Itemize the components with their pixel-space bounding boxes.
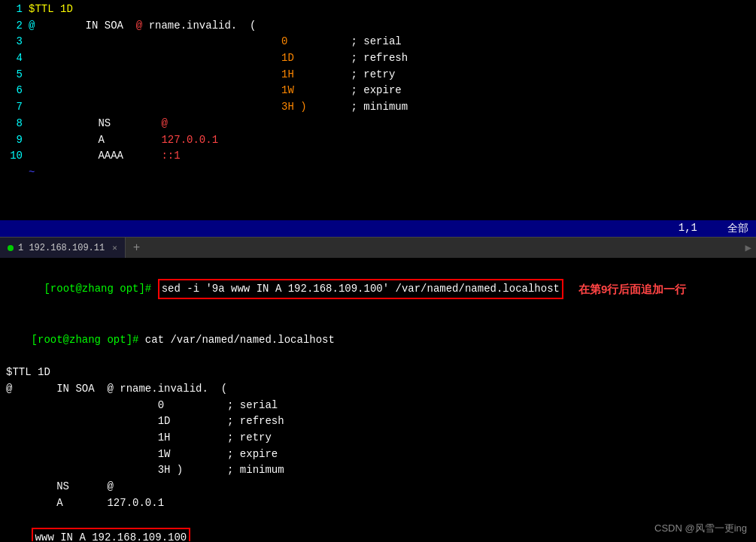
vim-line-1: 1 $TTL 1D bbox=[0, 2, 756, 18]
terminal-line-www: www IN A 192.168.109.100 bbox=[6, 511, 750, 541]
terminal-tab-bar: 1 192.168.109.11 ✕ + ▶ bbox=[0, 237, 756, 258]
vim-mode: 全部 bbox=[727, 222, 748, 235]
tab-status-dot bbox=[8, 245, 14, 251]
tab-scroll-right: ▶ bbox=[741, 238, 756, 259]
terminal-line-4: @ IN SOA @ rname.invalid. ( bbox=[6, 381, 750, 398]
tab-add-button[interactable]: + bbox=[126, 238, 148, 259]
annotation-text: 在第9行后面追加一行 bbox=[578, 280, 686, 298]
csdn-watermark: CSDN @风雪一更ing bbox=[654, 522, 747, 535]
vim-line-4: 4 1D ; refresh bbox=[0, 50, 756, 67]
vim-line-9: 9 A 127.0.0.1 bbox=[0, 132, 756, 149]
www-record-boxed: www IN A 192.168.109.100 bbox=[32, 528, 191, 541]
terminal-line-10: NS @ bbox=[6, 479, 750, 495]
tab-label: 1 192.168.109.11 bbox=[18, 243, 105, 253]
tab-close-icon[interactable]: ✕ bbox=[112, 243, 117, 253]
terminal-panel: [root@zhang opt]# sed -i '9a www IN A 19… bbox=[0, 258, 756, 541]
vim-line-8: 8 NS @ bbox=[0, 116, 756, 132]
line-number: 8 bbox=[0, 116, 23, 132]
line-number: 1 bbox=[0, 2, 23, 18]
terminal-line-7: 1H ; retry bbox=[6, 430, 750, 447]
line-number: 2 bbox=[0, 18, 23, 35]
terminal-tab-1[interactable]: 1 192.168.109.11 ✕ bbox=[0, 238, 126, 259]
line-number: 6 bbox=[0, 83, 23, 99]
vim-editor: 1 $TTL 1D 2 @ IN SOA @ rname.invalid. ( … bbox=[0, 0, 756, 237]
vim-status-bar: 1,1 全部 bbox=[0, 220, 756, 237]
terminal-line-1: [root@zhang opt]# sed -i '9a www IN A 19… bbox=[6, 262, 750, 316]
sed-command-boxed: sed -i '9a www IN A 192.168.109.100' /va… bbox=[158, 279, 563, 300]
line-text: $TTL 1D bbox=[29, 2, 73, 18]
vim-content: 1 $TTL 1D 2 @ IN SOA @ rname.invalid. ( … bbox=[0, 0, 756, 183]
vim-line-10: 10 AAAA ::1 bbox=[0, 148, 756, 165]
line-number: 5 bbox=[0, 67, 23, 83]
prompt: [root@zhang opt]# bbox=[44, 283, 157, 295]
vim-line-5: 5 1H ; retry bbox=[0, 67, 756, 83]
vim-line-tilde: ~ bbox=[0, 165, 756, 181]
vim-line-6: 6 1W ; expire bbox=[0, 83, 756, 99]
line-number: 10 bbox=[0, 148, 23, 165]
vim-line-2: 2 @ IN SOA @ rname.invalid. ( bbox=[0, 18, 756, 35]
terminal-line-9: 3H ) ; minimum bbox=[6, 462, 750, 479]
line-number: 7 bbox=[0, 99, 23, 116]
line-number: 3 bbox=[0, 34, 23, 50]
line-number: 9 bbox=[0, 132, 23, 149]
terminal-line-8: 1W ; expire bbox=[6, 447, 750, 463]
line-number: 4 bbox=[0, 50, 23, 67]
terminal-line-2: [root@zhang opt]# cat /var/named/named.l… bbox=[6, 316, 750, 365]
terminal-line-11: A 127.0.0.1 bbox=[6, 495, 750, 512]
terminal-line-5: 0 ; serial bbox=[6, 398, 750, 414]
terminal-line-6: 1D ; refresh bbox=[6, 413, 750, 430]
terminal-line-3: $TTL 1D bbox=[6, 365, 750, 381]
vim-line-7: 7 3H ) ; minimum bbox=[0, 99, 756, 116]
vim-line-3: 3 0 ; serial bbox=[0, 34, 756, 50]
vim-cursor-position: 1,1 bbox=[679, 222, 697, 235]
line-number bbox=[0, 165, 23, 181]
